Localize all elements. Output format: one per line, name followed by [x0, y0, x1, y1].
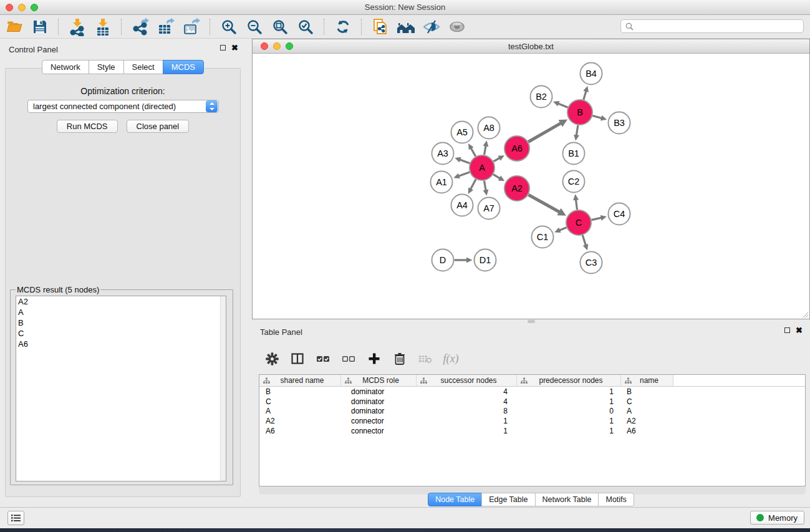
graph-edge[interactable]	[576, 125, 578, 137]
task-history-button[interactable]	[7, 511, 24, 525]
tab-mcds[interactable]: MCDS	[163, 60, 204, 74]
zoom-fit-button[interactable]	[267, 17, 292, 36]
float-table-panel-icon[interactable]	[784, 327, 790, 333]
table-row[interactable]: Adominator80A	[259, 406, 805, 416]
table-settings-button[interactable]	[264, 351, 279, 366]
network-canvas[interactable]: B4B2BB3A5A8A6A3B1AA1C2A2A4A7CC4C1C3DD1	[253, 54, 809, 319]
close-panel-icon[interactable]: ✖	[231, 45, 238, 51]
graph-edge[interactable]	[582, 235, 586, 246]
function-builder-button[interactable]: f(x)	[443, 351, 458, 366]
graph-edge[interactable]	[592, 218, 602, 220]
resize-corner-icon[interactable]	[801, 311, 809, 318]
home-layout-button[interactable]	[393, 17, 418, 36]
table-row[interactable]: A6connector11A6	[259, 426, 805, 436]
table-row[interactable]: Cdominator41C	[259, 397, 805, 407]
graph-edge[interactable]	[493, 175, 501, 179]
tab-network-table[interactable]: Network Table	[535, 493, 599, 506]
delete-column-button[interactable]	[392, 351, 407, 366]
export-table-button[interactable]	[153, 17, 178, 36]
graph-edge[interactable]	[584, 90, 586, 100]
table-cell: dominator	[341, 387, 417, 396]
add-column-button[interactable]	[367, 351, 382, 366]
graph-node-label: A5	[456, 127, 468, 137]
graph-edge[interactable]	[576, 199, 577, 210]
close-table-panel-icon[interactable]: ✖	[796, 327, 803, 333]
table-cell: B	[259, 387, 341, 396]
graph-edge[interactable]	[485, 145, 486, 155]
float-panel-icon[interactable]	[220, 45, 226, 51]
open-file-button[interactable]	[1, 17, 27, 36]
zoom-out-button[interactable]	[241, 17, 267, 36]
select-all-button[interactable]	[316, 351, 330, 366]
hide-graphics-button[interactable]	[418, 17, 444, 36]
table-row[interactable]: A2connector11A2	[259, 416, 805, 426]
table-row[interactable]: Bdominator41B	[259, 387, 805, 397]
deselect-all-button[interactable]	[341, 351, 356, 366]
column-header-mcds-role[interactable]: MCDS role	[341, 375, 417, 386]
toolbar-separator	[361, 19, 362, 35]
graph-edge[interactable]	[459, 160, 470, 163]
clone-network-button[interactable]	[367, 17, 393, 36]
export-network-button[interactable]	[127, 17, 153, 36]
graph-node-label: A	[479, 163, 485, 173]
criterion-dropdown[interactable]: largest connected component (directed)	[27, 100, 219, 113]
column-header-successor-nodes[interactable]: successor nodes	[417, 375, 517, 386]
columns-icon	[291, 352, 304, 365]
graph-node-label: A7	[483, 203, 494, 213]
graph-edge[interactable]	[470, 180, 476, 190]
column-header-name[interactable]: name	[621, 375, 673, 386]
import-network-icon	[68, 17, 87, 36]
delete-table-button[interactable]	[418, 351, 433, 366]
graph-edge[interactable]	[471, 147, 476, 156]
splitter-grip[interactable]	[528, 320, 535, 323]
tab-select[interactable]: Select	[123, 60, 163, 74]
control-panel-tabs: Network Style Select MCDS	[0, 60, 246, 74]
export-image-button[interactable]	[178, 17, 204, 36]
search-input[interactable]	[620, 19, 804, 33]
show-columns-button[interactable]	[290, 351, 305, 366]
mcds-result-item[interactable]: A6	[16, 339, 226, 349]
mcds-result-item[interactable]: B	[16, 317, 226, 328]
tab-network[interactable]: Network	[42, 60, 89, 74]
toolbar-separator	[210, 19, 210, 35]
graph-edge[interactable]	[559, 228, 566, 231]
node-table: shared name MCDS role successor nodes pr…	[259, 374, 806, 486]
close-panel-button[interactable]: Close panel	[127, 120, 190, 133]
zoom-selected-button[interactable]	[292, 17, 318, 36]
column-header-predecessor-nodes[interactable]: predecessor nodes	[517, 375, 621, 386]
run-mcds-button[interactable]: Run MCDS	[57, 120, 118, 133]
export-network-icon	[131, 17, 150, 36]
tab-motifs[interactable]: Motifs	[598, 493, 634, 506]
mcds-result-item[interactable]: A2	[16, 296, 226, 307]
column-header-shared-name[interactable]: shared name	[259, 375, 341, 386]
mcds-result-item[interactable]: A	[16, 307, 226, 317]
graph-node-label: C2	[568, 177, 580, 186]
memory-button[interactable]: Memory	[750, 511, 804, 525]
import-table-icon	[94, 17, 112, 36]
tab-node-table[interactable]: Node Table	[428, 493, 482, 506]
show-graphics-button[interactable]	[444, 17, 470, 36]
mcds-list-scrollbar[interactable]	[220, 296, 226, 481]
trash-icon	[393, 352, 407, 365]
graph-edge-arrowhead	[583, 86, 589, 92]
column-type-icon	[420, 377, 427, 384]
toolbar-separator	[58, 19, 59, 35]
graph-edge[interactable]	[557, 103, 568, 107]
table-cell: 4	[417, 397, 517, 406]
graph-node-label: C1	[537, 232, 549, 242]
mcds-result-item[interactable]: C	[16, 328, 226, 339]
graph-edge[interactable]	[458, 172, 470, 177]
refresh-button[interactable]	[330, 17, 355, 36]
import-table-button[interactable]	[90, 17, 115, 36]
graph-edge[interactable]	[592, 115, 602, 118]
save-session-button[interactable]	[27, 17, 52, 36]
save-icon	[32, 19, 48, 35]
tab-edge-table[interactable]: Edge Table	[481, 493, 535, 506]
tab-style[interactable]: Style	[89, 60, 124, 74]
zoom-in-button[interactable]	[216, 17, 241, 36]
graph-edge[interactable]	[485, 181, 486, 191]
graph-edge[interactable]	[528, 195, 560, 212]
import-network-button[interactable]	[64, 17, 90, 36]
graph-edge[interactable]	[528, 123, 561, 142]
export-image-icon	[182, 17, 201, 36]
